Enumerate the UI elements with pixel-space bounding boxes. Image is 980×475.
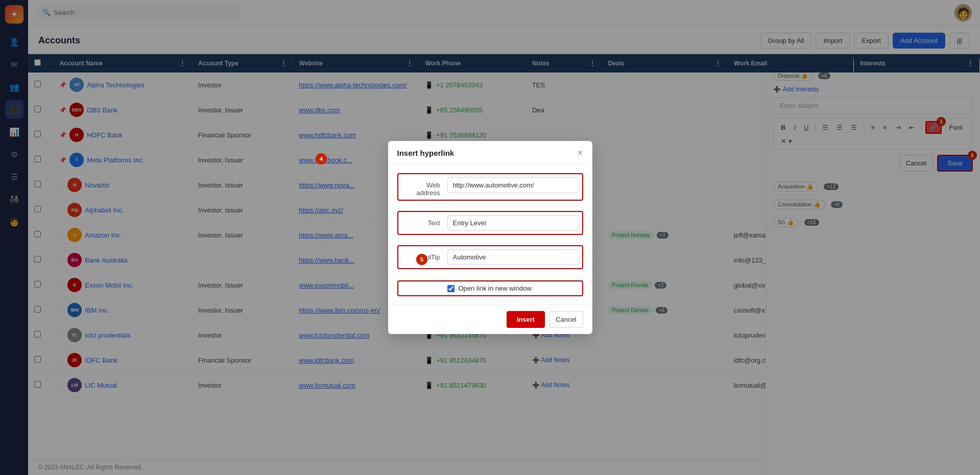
new-window-label: Open link in new window (459, 284, 532, 292)
tooltip-input[interactable] (447, 249, 579, 265)
modal-header: Insert hyperlink × (388, 141, 592, 165)
open-in-new-window-checkbox[interactable] (447, 285, 455, 292)
modal-overlay: 4 5 Insert hyperlink × Web address Text … (0, 0, 980, 475)
modal-close-button[interactable]: × (578, 148, 583, 157)
text-input[interactable] (447, 215, 579, 231)
step4-badge: 4 (316, 153, 327, 164)
step5-badge: 5 (416, 254, 427, 265)
text-row: Text (397, 211, 583, 235)
text-label: Text (401, 215, 447, 227)
cancel-modal-button[interactable]: Cancel (549, 311, 583, 328)
modal-footer: Insert Cancel (388, 304, 592, 334)
web-address-input[interactable] (447, 177, 579, 193)
insert-hyperlink-modal: Insert hyperlink × Web address Text Tool… (388, 141, 592, 334)
new-window-checkbox-row: Open link in new window (447, 284, 579, 292)
insert-button[interactable]: Insert (507, 311, 545, 328)
web-address-label: Web address (401, 177, 447, 197)
web-address-row: Web address (397, 173, 583, 201)
modal-title: Insert hyperlink (397, 149, 455, 157)
modal-body: Web address Text ToolTip Open link in ne… (388, 165, 592, 304)
